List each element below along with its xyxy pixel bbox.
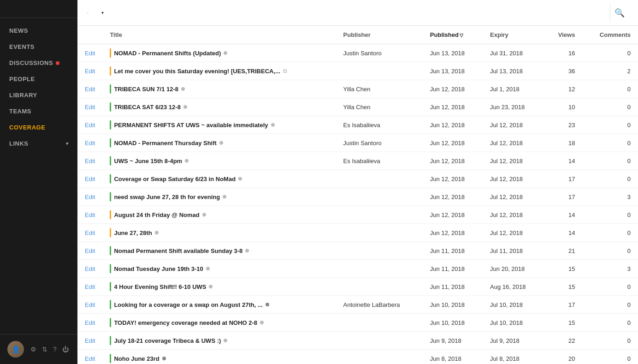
status-dot [162, 357, 166, 360]
comments-cell: 0 [582, 332, 638, 350]
expiry-cell: Jul 12, 2018 [483, 116, 544, 134]
color-bar [110, 156, 111, 165]
edit-button[interactable]: Edit [85, 337, 95, 344]
title-text: June 27, 28th [114, 229, 152, 236]
title-text: need swap June 27, 28 th for evening [114, 194, 220, 200]
color-bar [110, 210, 111, 219]
title-text: Noho June 23rd [114, 355, 159, 362]
edit-button[interactable]: Edit [85, 176, 95, 182]
edit-button[interactable]: Edit [85, 283, 95, 290]
sidebar-item-links[interactable]: LINKS▾ [0, 135, 77, 152]
sidebar-item-people[interactable]: PEOPLE [0, 71, 77, 87]
edit-button[interactable]: Edit [85, 158, 95, 164]
status-dot [224, 339, 227, 342]
col-title[interactable]: Title [102, 26, 336, 44]
title-cell: NOMAD - Permanent Thursday Shift [102, 134, 336, 152]
views-cell: 23 [544, 116, 582, 134]
comments-cell: 0 [582, 152, 638, 170]
coverage-table-wrapper[interactable]: Title Publisher Published▽ Expiry Views … [77, 26, 638, 364]
edit-button[interactable]: Edit [85, 86, 95, 93]
main-content: ▾ 🔍 Title Publisher Published▽ Expiry Vi… [77, 0, 638, 364]
views-cell: 12 [544, 80, 582, 98]
published-cell: Jun 13, 2018 [423, 44, 483, 62]
sidebar-item-coverage[interactable]: COVERAGE [0, 119, 77, 135]
published-cell: Jun 12, 2018 [423, 134, 483, 152]
edit-button[interactable]: Edit [85, 265, 95, 272]
color-bar [110, 336, 111, 345]
avatar[interactable]: 👤 [7, 341, 24, 358]
sidebar-item-label: COVERAGE [9, 124, 45, 131]
title-cell: June 27, 28th [102, 224, 336, 242]
edit-button[interactable]: Edit [85, 140, 95, 147]
status-dot [155, 231, 159, 235]
expiry-cell: Jul 12, 2018 [483, 188, 544, 206]
title-text: August 24 th Friday @ Nomad [114, 211, 199, 218]
edit-button[interactable]: Edit [85, 355, 95, 362]
published-cell: Jun 12, 2018 [423, 152, 483, 170]
col-views[interactable]: Views [544, 26, 582, 44]
title-text: Coverage or Swap Saturday 6/23 in NoMad [114, 176, 236, 182]
comments-cell: 3 [582, 260, 638, 278]
question-icon[interactable]: ? [53, 346, 57, 353]
table-row: EditNOMAD - Permanent Shifts (Updated)Ju… [77, 44, 638, 62]
color-bar [110, 48, 111, 58]
table-row: EditUWS ~ June 15th 8-4pmEs IsabaliievaJ… [77, 152, 638, 170]
power-icon[interactable]: ⏻ [62, 346, 69, 353]
sidebar-item-news[interactable]: NEWS [0, 23, 77, 39]
col-published[interactable]: Published▽ [423, 26, 483, 44]
color-bar [110, 300, 111, 309]
expiry-cell: Jul 12, 2018 [483, 170, 544, 188]
copy-icon[interactable]: ⧉ [283, 68, 287, 74]
views-cell: 16 [544, 44, 582, 62]
table-row: EditLet me cover you this Saturday eveni… [77, 62, 638, 80]
comments-cell: 0 [582, 44, 638, 62]
expiry-cell: Jul 12, 2018 [483, 152, 544, 170]
coverage-table: Title Publisher Published▽ Expiry Views … [77, 26, 638, 364]
search-button[interactable]: 🔍 [610, 4, 629, 22]
sidebar-item-label: LIBRARY [9, 92, 37, 99]
edit-button[interactable]: Edit [85, 229, 95, 236]
edit-button[interactable]: Edit [85, 50, 95, 57]
col-expiry[interactable]: Expiry [483, 26, 544, 44]
manage-dropdown-button[interactable]: ▾ [100, 10, 104, 15]
sidebar-item-discussions[interactable]: DISCUSSIONS [0, 55, 77, 71]
publisher-cell [336, 188, 423, 206]
sliders-icon[interactable]: ⇅ [42, 346, 47, 353]
edit-button[interactable]: Edit [85, 68, 95, 75]
views-cell: 18 [544, 134, 582, 152]
comments-cell: 0 [582, 80, 638, 98]
sidebar-item-library[interactable]: LIBRARY [0, 87, 77, 103]
search-icon: 🔍 [614, 8, 625, 18]
published-cell: Jun 11, 2018 [423, 260, 483, 278]
col-publisher[interactable]: Publisher [336, 26, 423, 44]
edit-button[interactable]: Edit [85, 319, 95, 326]
add-new-coverage-button[interactable] [87, 12, 89, 14]
publisher-cell: Es Isabaliieva [336, 116, 423, 134]
expiry-cell: Jun 20, 2018 [483, 260, 544, 278]
edit-cell: Edit [77, 152, 102, 170]
footer-icons: ⚙ ⇅ ? ⏻ [30, 346, 69, 353]
published-cell: Jun 9, 2018 [423, 332, 483, 350]
sidebar-item-events[interactable]: EVENTS [0, 39, 77, 55]
views-cell: 17 [544, 188, 582, 206]
col-comments[interactable]: Comments [582, 26, 638, 44]
color-bar [110, 192, 111, 201]
comments-cell: 0 [582, 278, 638, 296]
sidebar-item-teams[interactable]: TEAMS [0, 103, 77, 119]
views-cell: 17 [544, 296, 582, 314]
table-row: EditJune 27, 28thJun 12, 2018Jul 12, 201… [77, 224, 638, 242]
status-dot [209, 285, 213, 288]
comments-cell: 0 [582, 350, 638, 364]
edit-button[interactable]: Edit [85, 104, 95, 111]
table-row: EditTRIBECA SAT 6/23 12-8Yilla ChenJun 1… [77, 98, 638, 116]
gear-icon[interactable]: ⚙ [30, 346, 36, 353]
edit-button[interactable]: Edit [85, 301, 95, 308]
edit-button[interactable]: Edit [85, 211, 95, 218]
table-header-row: Title Publisher Published▽ Expiry Views … [77, 26, 638, 44]
publisher-cell: Justin Santoro [336, 44, 423, 62]
sidebar-item-label: EVENTS [9, 43, 35, 50]
published-cell: Jun 12, 2018 [423, 206, 483, 224]
edit-button[interactable]: Edit [85, 247, 95, 254]
edit-button[interactable]: Edit [85, 194, 95, 200]
edit-button[interactable]: Edit [85, 122, 95, 129]
